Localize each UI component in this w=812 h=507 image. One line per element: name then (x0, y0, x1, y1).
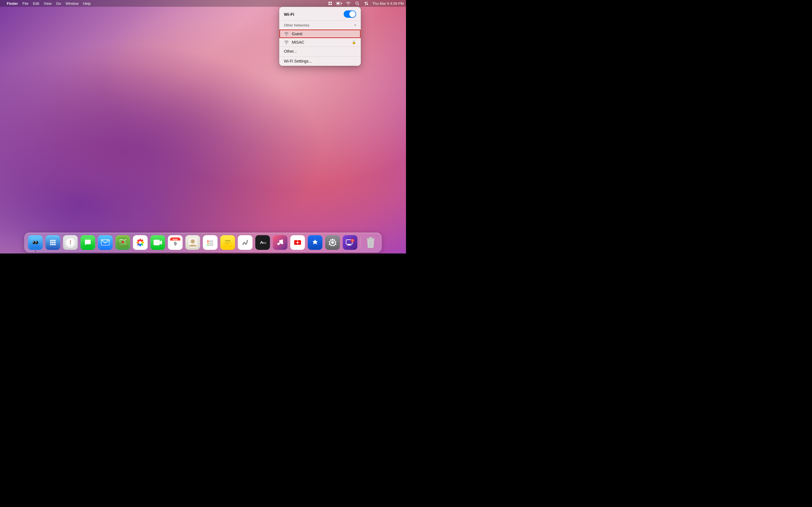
dock-app-freeform[interactable] (238, 235, 253, 250)
svg-rect-2 (328, 4, 330, 5)
dock-app-appletv[interactable]: tv (255, 235, 271, 250)
wifi-settings-label: Wi-Fi Settings... (284, 59, 312, 63)
svg-rect-70 (225, 243, 229, 244)
svg-line-5 (358, 4, 359, 5)
dock-app-screenshot[interactable]: ! (342, 235, 358, 250)
battery-icon[interactable] (336, 1, 342, 6)
svg-point-75 (281, 242, 283, 244)
wifi-panel: Wi-Fi Other Networks ▾ Guest Mt (279, 7, 361, 66)
svg-point-59 (191, 239, 195, 243)
wifi-section-label: Other Networks (284, 23, 309, 27)
wifi-other-label: Other... (284, 49, 297, 54)
menubar-file[interactable]: File (22, 1, 29, 6)
svg-point-16 (36, 242, 37, 242)
dock-app-music[interactable] (272, 235, 288, 250)
svg-rect-51 (154, 240, 160, 245)
dock-app-safari[interactable] (63, 235, 79, 250)
dock-app-messages[interactable] (80, 235, 96, 250)
svg-point-65 (207, 244, 209, 246)
svg-point-61 (207, 240, 209, 242)
wifi-other-option[interactable]: Other... (280, 47, 361, 56)
dock-app-calendar[interactable]: MAR 9 (167, 235, 183, 250)
dock-app-appstore[interactable] (307, 235, 323, 250)
svg-rect-80 (348, 244, 351, 245)
wifi-panel-title: Wi-Fi (284, 12, 294, 17)
wifi-network-mtsac[interactable]: MtSAC 🔒 (280, 38, 361, 47)
menubar-edit[interactable]: Edit (33, 1, 39, 6)
dock-app-system-settings[interactable] (325, 235, 341, 250)
svg-point-19 (52, 240, 54, 241)
svg-point-22 (52, 242, 54, 243)
menubar-left: Finder File Edit View Go Window Help (2, 1, 91, 6)
dock-app-mail[interactable] (98, 235, 113, 250)
svg-point-50 (139, 241, 142, 244)
svg-rect-69 (225, 242, 231, 242)
wifi-network-name-guest: Guest (292, 32, 356, 36)
wifi-signal-icon-mtsac (284, 40, 289, 44)
menubar-right: Thu Mar 9 4:09 PM (327, 1, 404, 6)
menubar-app-name[interactable]: Finder (7, 1, 18, 6)
wifi-lock-icon: 🔒 (352, 40, 356, 44)
svg-point-20 (54, 240, 56, 241)
svg-point-63 (207, 242, 209, 244)
dock-app-news[interactable] (290, 235, 306, 250)
svg-rect-1 (331, 2, 332, 3)
svg-rect-60 (206, 238, 215, 247)
svg-point-24 (50, 244, 52, 245)
wifi-network-name-mtsac: MtSAC (292, 40, 352, 45)
menubar-help[interactable]: Help (83, 1, 91, 6)
svg-rect-71 (241, 238, 250, 247)
menubar: Finder File Edit View Go Window Help (0, 0, 406, 7)
dock-app-photos[interactable] (133, 235, 148, 250)
dock-app-facetime[interactable] (150, 235, 166, 250)
svg-point-25 (52, 244, 54, 245)
wifi-signal-icon (284, 32, 289, 36)
dock-app-launchpad[interactable] (45, 235, 61, 250)
menubar-window[interactable]: Window (65, 1, 79, 6)
svg-rect-85 (369, 237, 372, 238)
svg-marker-52 (160, 240, 162, 245)
svg-point-21 (50, 242, 52, 243)
menubar-view[interactable]: View (44, 1, 52, 6)
svg-text:9: 9 (174, 241, 176, 246)
dock-app-contacts[interactable] (185, 235, 201, 250)
dock-app-active-dot (35, 251, 36, 252)
chevron-down-icon: ▾ (354, 23, 356, 27)
svg-rect-3 (331, 4, 332, 5)
svg-text:tv: tv (264, 241, 267, 245)
svg-rect-81 (347, 245, 352, 245)
dock: MAR 9 (24, 233, 382, 252)
dock-app-notes[interactable] (220, 235, 236, 250)
svg-point-26 (54, 244, 56, 245)
wifi-network-guest[interactable]: Guest (280, 30, 361, 38)
dock-app-trash[interactable] (363, 235, 378, 250)
wifi-menubar-icon[interactable] (345, 1, 351, 6)
dock-app-finder[interactable] (28, 235, 43, 250)
svg-point-15 (34, 242, 34, 242)
spotlight-icon[interactable] (354, 1, 360, 6)
dock-app-reminders[interactable] (202, 235, 218, 250)
wifi-panel-header: Wi-Fi (280, 7, 361, 20)
extensions-icon[interactable] (327, 1, 333, 6)
svg-point-23 (54, 242, 56, 243)
svg-text:MAR: MAR (173, 238, 178, 241)
svg-rect-0 (328, 2, 330, 3)
dock-app-maps[interactable] (115, 235, 131, 250)
wifi-settings-option[interactable]: Wi-Fi Settings... (280, 56, 361, 66)
svg-point-74 (277, 243, 280, 245)
menubar-time: Thu Mar 9 4:09 PM (372, 1, 404, 6)
control-center-icon[interactable] (363, 1, 369, 6)
wifi-other-networks-section[interactable]: Other Networks ▾ (280, 21, 361, 30)
svg-text:!: ! (352, 239, 353, 242)
dock-divider (360, 236, 361, 249)
menubar-go[interactable]: Go (56, 1, 61, 6)
wifi-toggle[interactable] (344, 10, 356, 18)
svg-point-78 (331, 241, 334, 244)
svg-point-18 (50, 240, 52, 241)
wifi-toggle-knob (349, 11, 356, 17)
svg-rect-68 (225, 240, 231, 241)
